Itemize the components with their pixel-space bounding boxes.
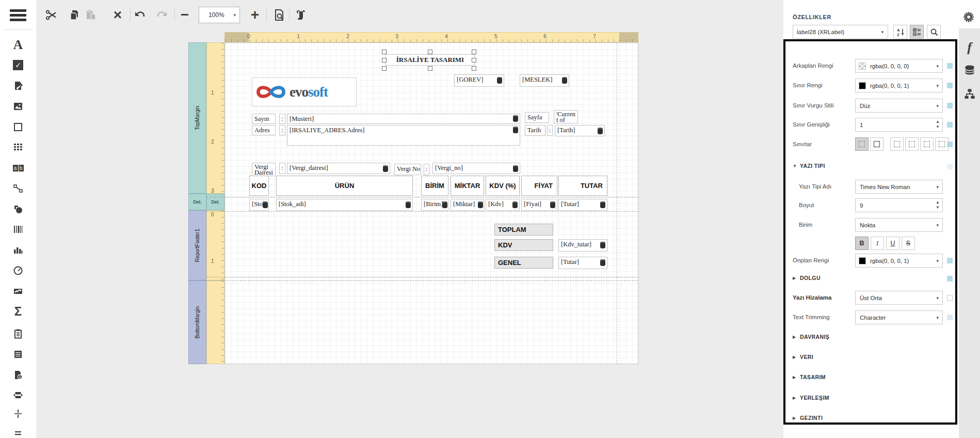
header-cell-miktar[interactable]: MİKTAR [451, 176, 484, 196]
sort-az-button[interactable]: AZ [893, 25, 907, 39]
cross-band-box-tool[interactable] [0, 424, 36, 438]
property-marker[interactable] [947, 142, 953, 147]
spin-up-icon[interactable]: ▲ [936, 200, 940, 205]
property-marker[interactable] [947, 63, 953, 69]
vergi-dairesi-field[interactable]: [Vergi_dairesi] [287, 163, 390, 174]
font-size-spinner[interactable]: 9 ▲▼ [855, 198, 943, 212]
checkbox-tool[interactable]: ✓ [0, 56, 36, 74]
resize-handle-e[interactable] [472, 58, 476, 62]
detail-cell-stok-adi[interactable]: [Stok_adi] [276, 199, 413, 211]
header-cell-urun[interactable]: ÜRÜN [276, 176, 413, 196]
search-button[interactable] [927, 25, 941, 39]
resize-handle-se[interactable] [472, 66, 476, 71]
zoom-out-button[interactable]: − [177, 7, 192, 23]
bold-button[interactable]: B [855, 237, 869, 250]
colon-label[interactable]: : [424, 164, 429, 175]
border-none-toggle[interactable] [855, 137, 869, 151]
section-yazi-tipi[interactable]: ▼ YAZI TIPI [793, 160, 955, 174]
tarih-label[interactable]: Tarih [525, 125, 545, 136]
resize-handle-w[interactable] [382, 58, 387, 62]
header-cell-tutar[interactable]: TUTAR [558, 176, 607, 196]
border-left-toggle[interactable] [890, 137, 904, 151]
header-cell-kod[interactable]: KOD [249, 176, 269, 196]
band-detail[interactable]: Det. [188, 194, 206, 210]
colon-label[interactable]: : [279, 125, 285, 135]
kdv-label[interactable]: KDV [494, 239, 553, 251]
header-cell-fiyat[interactable]: FİYAT [521, 176, 557, 196]
section-davranis[interactable]: ▶ DAVRANIŞ [793, 331, 955, 345]
summary-tool[interactable]: Σ [0, 303, 36, 320]
table-of-contents-tool[interactable] [0, 346, 36, 363]
richtext-tool[interactable] [0, 77, 36, 95]
control-selector-dropdown[interactable]: label28 (XRLabel) ▾ [793, 25, 888, 39]
zoom-select[interactable]: 100% ▾ [199, 7, 240, 23]
band-report-footer[interactable]: ReportFooter1 [188, 210, 206, 280]
property-marker[interactable] [947, 258, 953, 263]
resize-handle-nw[interactable] [382, 50, 387, 54]
genel-label[interactable]: GENEL [494, 257, 553, 269]
spin-down-icon[interactable]: ▼ [936, 205, 940, 210]
spinner-buttons[interactable]: ▲▼ [936, 200, 940, 210]
detail-cell-fiyat[interactable]: [Fiyat] [521, 199, 557, 211]
label-tool[interactable]: A [0, 36, 36, 54]
section-veri[interactable]: ▶ VERI [793, 351, 955, 365]
cut-button[interactable] [43, 7, 59, 23]
adres-label[interactable]: Adres [252, 125, 276, 135]
band-top-margin[interactable]: TopMargin [188, 42, 206, 194]
copy-button[interactable] [67, 7, 82, 23]
logo-picture-box[interactable]: evosoft [252, 77, 357, 106]
section-dolgu[interactable]: ▶ DOLGU [793, 272, 955, 286]
italic-button[interactable]: I [871, 237, 884, 250]
header-cell-birim[interactable]: BİRİM [421, 176, 448, 196]
strikethrough-button[interactable]: S [902, 237, 915, 250]
scripts-button[interactable] [293, 7, 309, 23]
property-marker[interactable] [947, 276, 953, 281]
vergi-no-field[interactable]: [Vergi_no] [432, 163, 520, 174]
vergi-no-label[interactable]: Vergi No [394, 164, 421, 175]
resize-handle-n[interactable] [428, 50, 432, 54]
band-detail-ruler[interactable]: Det. [206, 194, 224, 210]
page-info-tool[interactable] [0, 366, 36, 384]
spin-down-icon[interactable]: ▼ [936, 124, 940, 130]
colon-label[interactable]: : [279, 114, 285, 124]
property-marker[interactable] [947, 83, 953, 88]
underline-button[interactable]: U [886, 237, 899, 250]
band-separator[interactable] [206, 280, 638, 281]
property-marker[interactable] [947, 164, 953, 169]
shape-tool[interactable] [0, 200, 36, 218]
band-bottom-margin[interactable]: BottomMargin [188, 280, 206, 364]
vergi-dairesi-label[interactable]: Vergi Dairesi [252, 163, 276, 176]
property-marker[interactable] [947, 315, 953, 320]
border-right-toggle[interactable] [920, 137, 934, 151]
section-gezinti[interactable]: ▶ GEZINTI [793, 412, 955, 426]
sinir-genisligi-spinner[interactable]: 1 ▲▼ [855, 118, 943, 132]
zoom-in-button[interactable]: + [247, 7, 263, 23]
resize-handle-sw[interactable] [382, 66, 387, 71]
tab-field-list[interactable] [959, 60, 980, 80]
tab-report-explorer[interactable] [959, 84, 980, 104]
sinir-color-dropdown[interactable]: rgba(0, 0, 0, 1) ▾ [855, 79, 943, 92]
genel-tutar-field[interactable]: [Tutar] [558, 257, 607, 269]
font-name-dropdown[interactable]: Times New Roman ▾ [855, 180, 943, 194]
detail-cell-kdv[interactable]: [Kdv] [486, 199, 520, 211]
undo-button[interactable] [132, 7, 148, 23]
kdv-tutar-field[interactable]: [Kdv_tutar] [558, 239, 607, 252]
band-separator[interactable] [206, 277, 638, 277]
settings-gear-icon[interactable] [962, 10, 975, 24]
property-marker[interactable] [947, 103, 953, 108]
panel-tool[interactable] [0, 118, 36, 136]
header-cell-kdv[interactable]: KDV (%) [486, 176, 520, 196]
colon-label[interactable]: : [547, 125, 553, 136]
vertical-ruler-report-footer[interactable]: 0 1 [206, 210, 224, 280]
main-menu-button[interactable] [10, 9, 26, 22]
cross-band-line-tool[interactable] [0, 405, 36, 423]
line-tool[interactable] [0, 180, 36, 197]
category-view-button[interactable] [910, 25, 924, 39]
delete-button[interactable]: × [110, 7, 125, 23]
colon-label[interactable]: : [279, 163, 285, 174]
table-tool[interactable] [0, 138, 36, 156]
character-comb-tool[interactable]: ab [0, 159, 36, 177]
spinner-buttons[interactable]: ▲▼ [936, 119, 940, 130]
sayin-label[interactable]: Sayın [252, 114, 276, 124]
musteri-field[interactable]: [Musteri] [287, 114, 520, 124]
